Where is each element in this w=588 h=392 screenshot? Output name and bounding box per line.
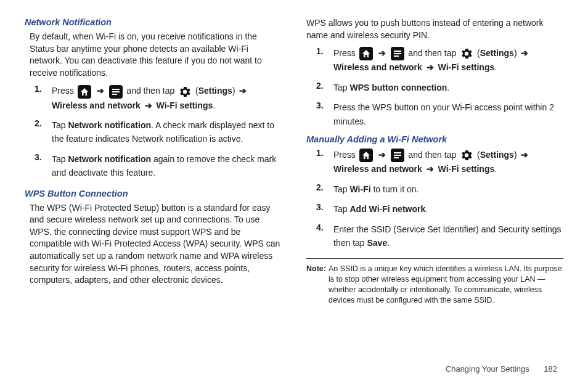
text-fragment: . <box>494 164 497 174</box>
text-bold: Save <box>367 238 388 248</box>
text-fragment: Tap <box>333 204 349 214</box>
note-label: Note: <box>306 264 326 306</box>
arrow-icon: ➔ <box>97 86 104 96</box>
note-block: Note: An SSID is a unique key which iden… <box>306 264 563 306</box>
step-number: 3. <box>35 152 52 180</box>
text-fragment: (Settings) <box>477 150 519 160</box>
step-text: Press ➔ and then tap (Settings) ➔ Wirele… <box>52 84 282 112</box>
home-icon <box>359 149 373 162</box>
step-text: Press ➔ and then tap (Settings) ➔ Wirele… <box>333 46 563 75</box>
step-text: Press the WPS button on your Wi-Fi acces… <box>333 100 563 128</box>
text-bold: Wi-Fi settings <box>157 100 213 110</box>
step-number: 4. <box>316 223 333 250</box>
text-fragment: Press <box>52 86 76 96</box>
text-bold: Wireless and network <box>52 100 141 110</box>
step-number: 2. <box>35 118 52 146</box>
step-number: 2. <box>316 182 333 196</box>
text-bold: Wireless and network <box>333 62 422 72</box>
text-bold: Network notification <box>68 120 151 130</box>
svg-rect-13 <box>394 155 401 156</box>
svg-rect-14 <box>394 157 399 158</box>
section-network-notification: Network Notification By default, when Wi… <box>25 17 282 180</box>
text-bold: Add Wi-Fi network <box>349 204 425 214</box>
step-item: 3. Tap Add Wi-Fi network. <box>306 202 563 216</box>
menu-icon <box>391 47 404 60</box>
text-fragment: (Settings) <box>477 48 519 58</box>
svg-rect-8 <box>394 53 401 54</box>
text-fragment: . <box>425 204 428 214</box>
text-fragment: Tap <box>52 120 68 130</box>
left-column: Network Notification By default, when Wi… <box>25 17 282 306</box>
settings-label: Settings <box>198 86 232 96</box>
step-text: Tap Network notification again to remove… <box>52 152 282 180</box>
settings-label: Settings <box>480 150 514 160</box>
step-item: 3. Press the WPS button on your Wi-Fi ac… <box>306 100 563 128</box>
step-number: 1. <box>316 148 333 176</box>
page-number: 182 <box>544 364 557 374</box>
step-number: 3. <box>316 100 333 128</box>
section-manual-wifi: Manually Adding a Wi-Fi Network 1. Press… <box>306 134 563 250</box>
step-number: 3. <box>316 202 333 216</box>
page-footer: Changing Your Settings 182 <box>446 364 557 374</box>
arrow-icon: ➔ <box>239 86 247 96</box>
gear-icon <box>460 149 473 162</box>
text-fragment: . <box>387 238 390 248</box>
gear-icon <box>460 47 473 60</box>
arrow-icon: ➔ <box>427 164 434 174</box>
footer-title: Changing Your Settings <box>446 364 529 374</box>
text-fragment: Press <box>333 150 358 160</box>
step-item: 3. Tap Network notification again to rem… <box>25 152 282 180</box>
step-text: Enter the SSID (Service Set Identifier) … <box>333 223 563 250</box>
text-bold: Wireless and network <box>333 164 422 174</box>
text-fragment: and then tap <box>126 86 177 96</box>
home-icon <box>359 47 373 60</box>
text-fragment: to turn it on. <box>371 184 419 194</box>
body-wps-button: The WPS (Wi-Fi Protected Setup) button i… <box>25 202 282 287</box>
step-text: Tap Add Wi-Fi network. <box>333 202 563 216</box>
arrow-icon: ➔ <box>378 150 386 160</box>
step-item: 1. Press ➔ and then tap (Settings) ➔ Wir… <box>306 46 563 75</box>
arrow-icon: ➔ <box>427 62 434 72</box>
text-bold: Wi-Fi settings <box>438 62 495 72</box>
text-bold: WPS button connection <box>349 83 447 92</box>
svg-rect-4 <box>112 94 117 95</box>
svg-rect-3 <box>112 91 120 92</box>
svg-rect-7 <box>394 51 401 52</box>
svg-rect-2 <box>112 89 120 90</box>
arrow-icon: ➔ <box>145 100 152 110</box>
step-number: 2. <box>316 81 333 94</box>
text-bold: Wi-Fi <box>349 184 370 194</box>
home-icon <box>78 85 91 99</box>
step-number: 1. <box>35 84 52 112</box>
arrow-icon: ➔ <box>521 48 528 58</box>
text-fragment: Tap <box>333 184 349 194</box>
step-text: Press ➔ and then tap (Settings) ➔ Wirele… <box>333 148 563 176</box>
menu-icon <box>391 149 404 162</box>
step-text: Tap WPS button connection. <box>333 81 563 94</box>
text-fragment: (Settings) <box>195 86 237 96</box>
step-item: 2. Tap Network notification. A check mar… <box>25 118 282 146</box>
step-item: 2. Tap WPS button connection. <box>306 81 563 94</box>
body-wps-intro: WPS allows you to push buttons instead o… <box>306 17 563 41</box>
text-bold: Wi-Fi settings <box>438 164 495 174</box>
text-fragment: . <box>213 100 215 110</box>
text-fragment: . <box>494 62 497 72</box>
note-text: An SSID is a unique key which identifies… <box>329 264 563 306</box>
body-network-notification: By default, when Wi-Fi is on, you receiv… <box>25 31 282 79</box>
text-fragment: . <box>447 83 449 92</box>
step-number: 1. <box>316 46 333 75</box>
settings-label: Settings <box>480 48 514 58</box>
text-fragment: Press <box>333 48 358 58</box>
text-fragment: Tap <box>333 83 349 92</box>
text-fragment: Tap <box>52 154 68 164</box>
svg-rect-12 <box>394 152 401 153</box>
note-divider <box>306 258 563 259</box>
text-fragment: and then tap <box>408 150 459 160</box>
text-fragment: and then tap <box>408 48 459 58</box>
step-text: Tap Network notification. A check mark d… <box>52 118 282 146</box>
heading-network-notification: Network Notification <box>25 17 282 27</box>
right-column: WPS allows you to push buttons instead o… <box>306 17 563 306</box>
gear-icon <box>178 85 192 99</box>
step-item: 1. Press ➔ and then tap (Settings) ➔ Wir… <box>25 84 282 112</box>
heading-wps-button: WPS Button Connection <box>25 189 282 198</box>
